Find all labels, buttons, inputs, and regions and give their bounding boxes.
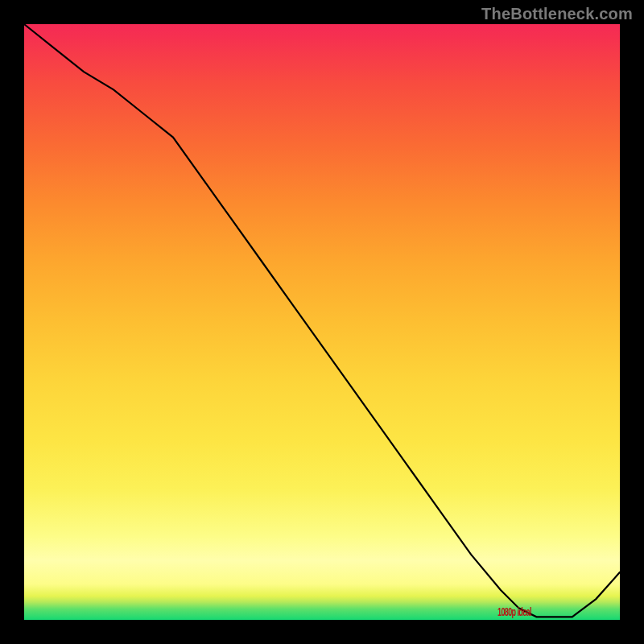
- watermark-text: TheBottleneck.com: [481, 5, 633, 23]
- plot-svg: [24, 24, 620, 620]
- ideal-band-label: 1080p ideal: [497, 605, 531, 618]
- plot-area: 1080p ideal: [24, 24, 620, 620]
- bottleneck-curve: [24, 24, 620, 617]
- chart-frame: TheBottleneck.com 1080p ideal: [0, 0, 644, 644]
